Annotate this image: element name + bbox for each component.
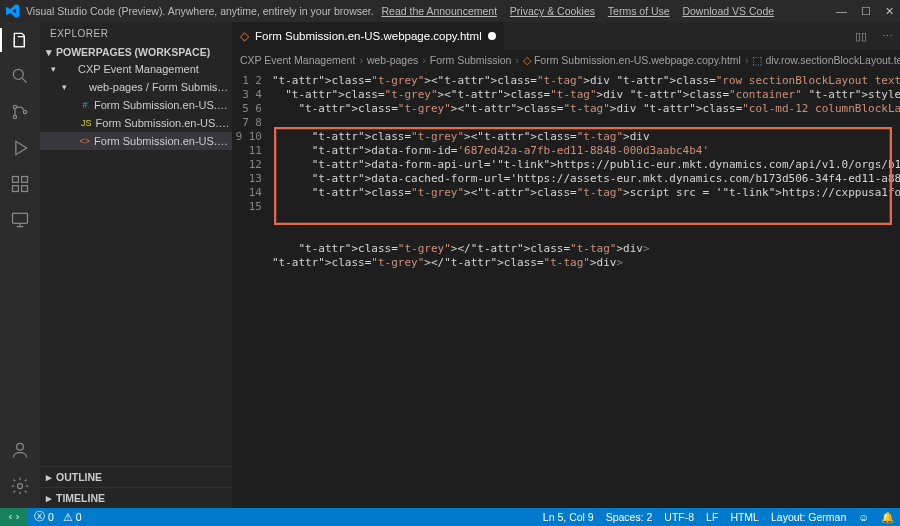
chevron-icon: ▾ (46, 64, 60, 74)
tree-item-label: CXP Event Management (78, 63, 199, 75)
css-file-icon: # (80, 98, 90, 112)
status-feedback-icon[interactable]: ☺ (852, 511, 875, 523)
svg-point-3 (23, 110, 26, 113)
folder-file-icon (71, 80, 84, 94)
status-encoding[interactable]: UTF-8 (658, 511, 700, 523)
breadcrumb-item[interactable]: web-pages (367, 54, 418, 66)
svg-rect-6 (13, 186, 19, 192)
tree-item[interactable]: JSForm Submission.en-US.customjs.js (40, 114, 232, 132)
title-link-privacy[interactable]: Privacy & Cookies (510, 5, 595, 17)
tree-item-label: Form Submission.en-US.webpage.copy... (94, 135, 232, 147)
activity-bar (0, 22, 40, 508)
breadcrumbs[interactable]: CXP Event Management›web-pages›Form Subm… (232, 50, 900, 70)
title-product: Visual Studio Code (Preview). Anywhere, … (26, 5, 374, 17)
title-bar: Visual Studio Code (Preview). Anywhere, … (0, 0, 900, 22)
svg-point-10 (18, 484, 23, 489)
code-editor[interactable]: 1 2 3 4 5 6 7 8 9 10 11 12 13 14 15 "t-a… (232, 70, 900, 508)
tree-item-label: Form Submission.en-US.customjs.js (96, 117, 232, 129)
maximize-icon[interactable]: ☐ (861, 5, 871, 18)
line-gutter: 1 2 3 4 5 6 7 8 9 10 11 12 13 14 15 (232, 70, 272, 508)
tree-item-label: Form Submission.en-US.customcss.css (94, 99, 232, 111)
svg-rect-4 (13, 177, 19, 183)
html-file-icon: ◇ (240, 29, 249, 43)
dirty-indicator-icon (488, 32, 496, 40)
error-icon: ⓧ (34, 510, 45, 524)
vscode-logo-icon (6, 4, 20, 18)
sidebar-workspace-header[interactable]: ▾ POWERPAGES (WORKSPACE) (40, 44, 232, 60)
status-bell-icon[interactable]: 🔔 (875, 511, 900, 524)
tab-bar: ◇ Form Submission.en-US.webpage.copy.htm… (232, 22, 900, 50)
status-layout[interactable]: Layout: German (765, 511, 852, 523)
status-indent[interactable]: Spaces: 2 (600, 511, 659, 523)
title-link-announcement[interactable]: Read the Announcement (381, 5, 497, 17)
activity-remote[interactable] (8, 208, 32, 232)
activity-search[interactable] (8, 64, 32, 88)
chevron-icon: ▾ (58, 82, 71, 92)
breadcrumb-item[interactable]: ◇Form Submission.en-US.webpage.copy.html (523, 54, 741, 66)
tree-item[interactable]: ▾CXP Event Management (40, 60, 232, 78)
symbol-icon: ⬚ (752, 54, 762, 66)
svg-rect-8 (13, 213, 28, 223)
code-content[interactable]: "t-attr">class="t-grey"><"t-attr">class=… (272, 70, 900, 508)
title-link-download[interactable]: Download VS Code (682, 5, 774, 17)
status-eol[interactable]: LF (700, 511, 724, 523)
status-remote[interactable] (0, 508, 28, 526)
status-cursor-pos[interactable]: Ln 5, Col 9 (537, 511, 600, 523)
tab-active[interactable]: ◇ Form Submission.en-US.webpage.copy.htm… (232, 22, 505, 50)
more-actions-icon[interactable]: ⋯ (874, 22, 900, 50)
sidebar-timeline-header[interactable]: ▸TIMELINE (40, 487, 232, 508)
status-bar: ⓧ0 ⚠0 Ln 5, Col 9 Spaces: 2 UTF-8 LF HTM… (0, 508, 900, 526)
chevron-down-icon: ▾ (46, 46, 52, 58)
svg-rect-7 (22, 186, 28, 192)
title-link-terms[interactable]: Terms of Use (608, 5, 670, 17)
breadcrumb-item[interactable]: Form Submission (430, 54, 512, 66)
sidebar-outline-header[interactable]: ▸OUTLINE (40, 466, 232, 487)
folder-file-icon (60, 62, 74, 76)
svg-point-2 (13, 115, 16, 118)
tab-label: Form Submission.en-US.webpage.copy.html (255, 30, 482, 42)
activity-source-control[interactable] (8, 100, 32, 124)
status-problems[interactable]: ⓧ0 ⚠0 (28, 510, 88, 524)
chevron-right-icon: ▸ (46, 492, 52, 504)
minimize-icon[interactable]: — (836, 5, 847, 18)
status-language[interactable]: HTML (724, 511, 765, 523)
activity-explorer[interactable] (0, 28, 40, 52)
sidebar-title: EXPLORER (40, 22, 232, 44)
breadcrumb-item[interactable]: ⬚div.row.sectionBlockLayout.text-left (752, 54, 900, 66)
chevron-right-icon: ▸ (46, 471, 52, 483)
breadcrumb-item[interactable]: CXP Event Management (240, 54, 355, 66)
tree-item[interactable]: <>Form Submission.en-US.webpage.copy... (40, 132, 232, 150)
svg-rect-5 (22, 177, 28, 183)
html-file-icon: ◇ (523, 54, 531, 66)
tree-item[interactable]: #Form Submission.en-US.customcss.css (40, 96, 232, 114)
svg-point-1 (13, 105, 16, 108)
tree-item[interactable]: ▾web-pages / Form Submission (40, 78, 232, 96)
svg-point-0 (13, 69, 23, 79)
warning-icon: ⚠ (63, 511, 73, 523)
file-tree: ▾CXP Event Management▾web-pages / Form S… (40, 60, 232, 156)
split-editor-icon[interactable]: ▯▯ (848, 22, 874, 50)
sidebar: EXPLORER ▾ POWERPAGES (WORKSPACE) ▾CXP E… (40, 22, 232, 508)
js-file-icon: JS (81, 116, 92, 130)
tree-item-label: web-pages / Form Submission (89, 81, 232, 93)
activity-extensions[interactable] (8, 172, 32, 196)
activity-debug[interactable] (8, 136, 32, 160)
activity-account[interactable] (8, 438, 32, 462)
close-icon[interactable]: ✕ (885, 5, 894, 18)
html-file-icon: <> (80, 134, 91, 148)
svg-point-9 (17, 443, 24, 450)
activity-settings[interactable] (8, 474, 32, 498)
editor-group: ◇ Form Submission.en-US.webpage.copy.htm… (232, 22, 900, 508)
